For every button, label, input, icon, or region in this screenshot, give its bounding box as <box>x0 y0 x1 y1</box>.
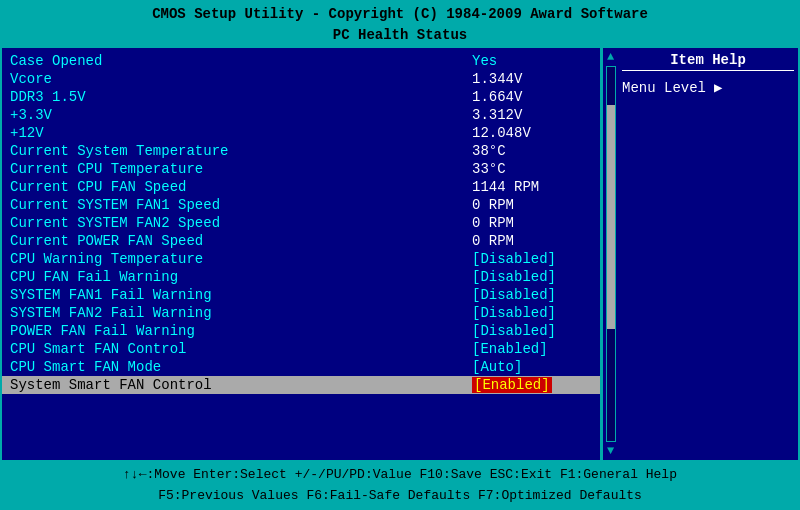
nav-keys-line2: F5:Previous Values F6:Fail-Safe Defaults… <box>158 486 642 507</box>
red-bracket-value: [Enabled] <box>472 377 552 393</box>
menu-row[interactable]: CPU Smart FAN Mode[Auto] <box>2 358 600 376</box>
nav-line2: F5:Previous Values F6:Fail-Safe Defaults… <box>0 486 800 507</box>
main-area: Case OpenedYesVcore1.344VDDR3 1.5V1.664V… <box>0 48 800 462</box>
row-value: 33°C <box>472 161 592 177</box>
menu-level-label: Menu Level <box>622 80 706 96</box>
row-value: 1.664V <box>472 89 592 105</box>
row-label: Current CPU FAN Speed <box>10 179 472 195</box>
row-label: Vcore <box>10 71 472 87</box>
nav-line1: ↑↓←:Move Enter:Select +/-/PU/PD:Value F1… <box>0 465 800 486</box>
row-label: CPU Smart FAN Control <box>10 341 472 357</box>
row-label: DDR3 1.5V <box>10 89 472 105</box>
row-value: 3.312V <box>472 107 592 123</box>
bios-screen: CMOS Setup Utility - Copyright (C) 1984-… <box>0 0 800 510</box>
menu-row[interactable]: CPU Smart FAN Control[Enabled] <box>2 340 600 358</box>
row-value: [Disabled] <box>472 269 592 285</box>
row-value: [Disabled] <box>472 323 592 339</box>
row-label: +3.3V <box>10 107 472 123</box>
row-value: [Disabled] <box>472 251 592 267</box>
row-value: [Enabled] <box>472 377 592 393</box>
scrollbar[interactable]: ▲ ▼ <box>602 48 618 460</box>
row-value: [Auto] <box>472 359 592 375</box>
row-value: 1144 RPM <box>472 179 592 195</box>
row-label: Current SYSTEM FAN2 Speed <box>10 215 472 231</box>
row-value: 0 RPM <box>472 233 592 249</box>
row-label: POWER FAN Fail Warning <box>10 323 472 339</box>
scroll-thumb <box>607 105 615 329</box>
row-value: 0 RPM <box>472 197 592 213</box>
nav-keys-line1: ↑↓←:Move Enter:Select +/-/PU/PD:Value F1… <box>123 465 677 486</box>
help-content: Menu Level ▶ <box>622 79 794 96</box>
row-value: Yes <box>472 53 592 69</box>
menu-row[interactable]: System Smart FAN Control[Enabled] <box>2 376 600 394</box>
menu-row[interactable]: CPU Warning Temperature[Disabled] <box>2 250 600 268</box>
row-value: [Disabled] <box>472 305 592 321</box>
row-label: Case Opened <box>10 53 472 69</box>
left-panel: Case OpenedYesVcore1.344VDDR3 1.5V1.664V… <box>2 48 602 460</box>
menu-row[interactable]: Current System Temperature38°C <box>2 142 600 160</box>
menu-row[interactable]: Current SYSTEM FAN1 Speed0 RPM <box>2 196 600 214</box>
row-value: 12.048V <box>472 125 592 141</box>
help-title: Item Help <box>622 52 794 71</box>
menu-row[interactable]: SYSTEM FAN1 Fail Warning[Disabled] <box>2 286 600 304</box>
menu-row[interactable]: Vcore1.344V <box>2 70 600 88</box>
menu-level-arrow: ▶ <box>714 79 722 96</box>
title-line2: PC Health Status <box>0 25 800 46</box>
row-label: CPU Warning Temperature <box>10 251 472 267</box>
menu-row[interactable]: DDR3 1.5V1.664V <box>2 88 600 106</box>
right-panel: Item Help Menu Level ▶ <box>618 48 798 460</box>
row-label: System Smart FAN Control <box>10 377 472 393</box>
row-label: Current CPU Temperature <box>10 161 472 177</box>
row-label: Current POWER FAN Speed <box>10 233 472 249</box>
row-label: Current System Temperature <box>10 143 472 159</box>
scroll-up-arrow[interactable]: ▲ <box>607 50 614 64</box>
row-value: [Disabled] <box>472 287 592 303</box>
menu-row[interactable]: Current POWER FAN Speed0 RPM <box>2 232 600 250</box>
title-line1: CMOS Setup Utility - Copyright (C) 1984-… <box>0 4 800 25</box>
menu-row[interactable]: +12V12.048V <box>2 124 600 142</box>
row-label: CPU FAN Fail Warning <box>10 269 472 285</box>
row-value: 38°C <box>472 143 592 159</box>
nav-bar: ↑↓←:Move Enter:Select +/-/PU/PD:Value F1… <box>0 462 800 510</box>
row-label: Current SYSTEM FAN1 Speed <box>10 197 472 213</box>
row-label: +12V <box>10 125 472 141</box>
title-bar: CMOS Setup Utility - Copyright (C) 1984-… <box>0 0 800 48</box>
row-label: CPU Smart FAN Mode <box>10 359 472 375</box>
menu-row[interactable]: +3.3V3.312V <box>2 106 600 124</box>
menu-row[interactable]: Case OpenedYes <box>2 52 600 70</box>
menu-row[interactable]: Current SYSTEM FAN2 Speed0 RPM <box>2 214 600 232</box>
row-value: [Enabled] <box>472 341 592 357</box>
menu-row[interactable]: Current CPU FAN Speed1144 RPM <box>2 178 600 196</box>
menu-row[interactable]: POWER FAN Fail Warning[Disabled] <box>2 322 600 340</box>
row-value: 1.344V <box>472 71 592 87</box>
menu-row[interactable]: Current CPU Temperature33°C <box>2 160 600 178</box>
menu-row[interactable]: SYSTEM FAN2 Fail Warning[Disabled] <box>2 304 600 322</box>
row-value: 0 RPM <box>472 215 592 231</box>
row-label: SYSTEM FAN2 Fail Warning <box>10 305 472 321</box>
scroll-down-arrow[interactable]: ▼ <box>607 444 614 458</box>
scroll-track <box>606 66 616 442</box>
row-label: SYSTEM FAN1 Fail Warning <box>10 287 472 303</box>
menu-row[interactable]: CPU FAN Fail Warning[Disabled] <box>2 268 600 286</box>
